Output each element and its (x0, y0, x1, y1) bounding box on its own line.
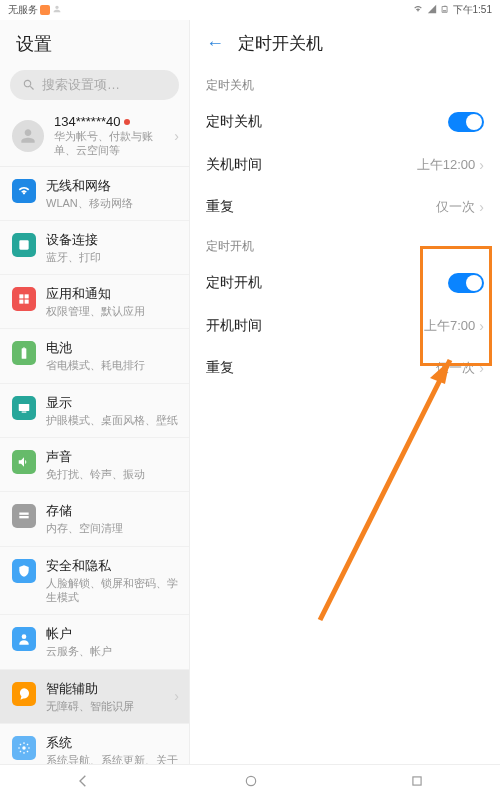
person-icon (52, 4, 62, 16)
svg-rect-13 (413, 776, 421, 784)
row-off-toggle[interactable]: 定时关机 (190, 100, 500, 144)
svg-rect-6 (19, 513, 28, 515)
chevron-right-icon: › (479, 199, 484, 215)
svg-line-10 (320, 360, 450, 620)
row-off-repeat[interactable]: 重复 仅一次 › (190, 186, 500, 228)
toggle-scheduled-off[interactable] (448, 112, 484, 132)
svg-rect-4 (25, 300, 29, 304)
chevron-right-icon: › (479, 360, 484, 376)
section-scheduled-on: 定时开机 (190, 228, 500, 261)
search-input[interactable]: 搜索设置项… (10, 70, 179, 100)
sidebar-item-storage[interactable]: 存储内存、空间清理 (0, 492, 189, 546)
status-bar: 无服务 下午1:51 (0, 0, 500, 20)
nav-back[interactable] (76, 773, 92, 793)
notification-dot (124, 119, 130, 125)
chevron-right-icon: › (174, 128, 179, 144)
chevron-right-icon: › (174, 688, 179, 704)
account-phone: 134******40 (54, 114, 121, 129)
search-icon (22, 78, 36, 92)
account-sub: 华为帐号、付款与账单、云空间等 (54, 129, 164, 158)
sidebar-item-sound[interactable]: 声音免打扰、铃声、振动 (0, 438, 189, 492)
row-on-time[interactable]: 开机时间 上午7:00 › (190, 305, 500, 347)
section-scheduled-off: 定时关机 (190, 67, 500, 100)
svg-point-9 (22, 746, 26, 750)
time-label: 下午1:51 (453, 3, 492, 17)
row-on-toggle[interactable]: 定时开机 (190, 261, 500, 305)
page-title: 定时开关机 (238, 32, 323, 55)
notification-icon (40, 5, 50, 15)
sidebar-title: 设置 (0, 20, 189, 68)
sidebar-item-battery[interactable]: 电池省电模式、耗电排行 (0, 329, 189, 383)
sidebar-item-accounts[interactable]: 帐户云服务、帐户 (0, 615, 189, 669)
sidebar-item-system[interactable]: 系统系统导航、系统更新、关于平板、语言和输入法 (0, 724, 189, 764)
sidebar-item-smart-assist[interactable]: 智能辅助无障碍、智能识屏 › (0, 670, 189, 724)
wifi-icon (412, 4, 424, 16)
sidebar-item-security[interactable]: 安全和隐私人脸解锁、锁屏和密码、学生模式 (0, 547, 189, 616)
chevron-right-icon: › (479, 318, 484, 334)
carrier-label: 无服务 (8, 3, 38, 17)
svg-rect-1 (19, 295, 23, 299)
row-off-time[interactable]: 关机时间 上午12:00 › (190, 144, 500, 186)
nav-recent[interactable] (410, 774, 424, 792)
battery-icon (440, 4, 450, 16)
sidebar-item-wireless[interactable]: 无线和网络WLAN、移动网络 (0, 167, 189, 221)
sidebar-item-devices[interactable]: 设备连接蓝牙、打印 (0, 221, 189, 275)
toggle-scheduled-on[interactable] (448, 273, 484, 293)
svg-point-12 (246, 776, 255, 785)
svg-point-8 (22, 635, 27, 640)
sidebar-item-display[interactable]: 显示护眼模式、桌面风格、壁纸 (0, 384, 189, 438)
sidebar-item-apps[interactable]: 应用和通知权限管理、默认应用 (0, 275, 189, 329)
settings-sidebar: 设置 搜索设置项… 134******40 华为帐号、付款与账单、云空间等 › … (0, 20, 190, 764)
navigation-bar (0, 764, 500, 800)
svg-rect-5 (19, 404, 30, 411)
svg-rect-3 (19, 300, 23, 304)
svg-rect-0 (19, 240, 28, 249)
content-pane: ← 定时开关机 定时关机 定时关机 关机时间 上午12:00 › 重复 仅一次 … (190, 20, 500, 764)
chevron-right-icon: › (479, 157, 484, 173)
nav-home[interactable] (244, 774, 258, 792)
back-button[interactable]: ← (206, 33, 224, 54)
search-placeholder: 搜索设置项… (42, 76, 120, 94)
svg-rect-2 (25, 295, 29, 299)
row-on-repeat[interactable]: 重复 仅一次 › (190, 347, 500, 389)
signal-icon (427, 4, 437, 16)
avatar (12, 120, 44, 152)
svg-rect-7 (19, 516, 28, 518)
annotation-arrow (310, 350, 470, 630)
account-row[interactable]: 134******40 华为帐号、付款与账单、云空间等 › (0, 106, 189, 167)
